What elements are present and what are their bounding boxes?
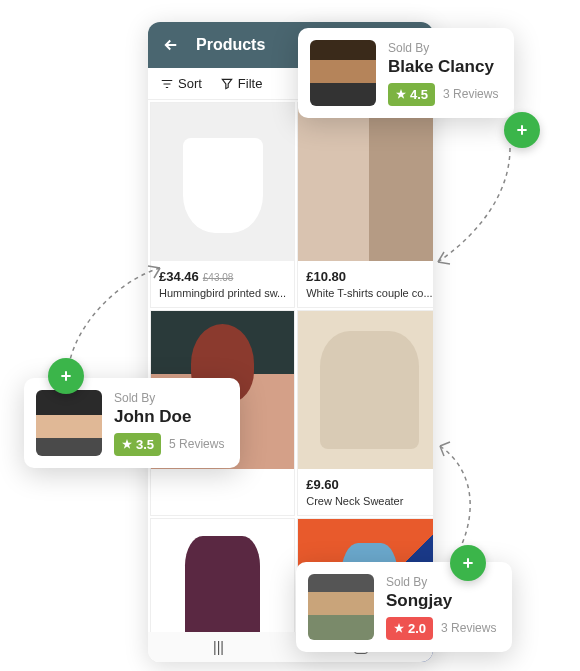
seller-card[interactable]: Sold By Blake Clancy 4.5 3 Reviews: [298, 28, 514, 118]
product-price-old: £43.08: [203, 272, 234, 283]
page-title: Products: [196, 36, 265, 54]
nav-recent-icon[interactable]: |||: [213, 639, 224, 655]
product-price: £10.80: [306, 269, 346, 284]
sort-button[interactable]: Sort: [160, 76, 202, 91]
seller-name: Blake Clancy: [388, 57, 498, 77]
plus-icon: [460, 555, 476, 571]
connector-arrow-icon: [430, 140, 520, 270]
avatar: [36, 390, 102, 456]
filter-icon: [220, 77, 234, 91]
star-icon: [121, 438, 133, 450]
product-image: [151, 103, 294, 261]
sort-icon: [160, 77, 174, 91]
filter-button[interactable]: Filte: [220, 76, 263, 91]
filter-label: Filte: [238, 76, 263, 91]
product-card[interactable]: £10.80White T-shirts couple co...: [297, 102, 433, 308]
add-button[interactable]: [48, 358, 84, 394]
sort-label: Sort: [178, 76, 202, 91]
avatar: [310, 40, 376, 106]
reviews-count: 3 Reviews: [441, 621, 496, 635]
star-icon: [395, 88, 407, 100]
plus-icon: [58, 368, 74, 384]
rating-value: 2.0: [408, 621, 426, 636]
product-price: £9.60: [306, 477, 339, 492]
rating-badge: 3.5: [114, 433, 161, 456]
product-card[interactable]: £34.46£43.08Hummingbird printed sw...: [150, 102, 295, 308]
rating-value: 3.5: [136, 437, 154, 452]
plus-icon: [514, 122, 530, 138]
reviews-count: 3 Reviews: [443, 87, 498, 101]
product-price: £34.46: [159, 269, 199, 284]
seller-name: John Doe: [114, 407, 224, 427]
sold-by-label: Sold By: [114, 391, 224, 405]
product-title: Crew Neck Sweater: [306, 495, 432, 507]
reviews-count: 5 Reviews: [169, 437, 224, 451]
connector-arrow-icon: [434, 440, 484, 550]
sold-by-label: Sold By: [388, 41, 498, 55]
add-button[interactable]: [450, 545, 486, 581]
rating-badge: 2.0: [386, 617, 433, 640]
product-title: White T-shirts couple co...: [306, 287, 432, 299]
star-icon: [393, 622, 405, 634]
avatar: [308, 574, 374, 640]
sold-by-label: Sold By: [386, 575, 496, 589]
product-title: Hummingbird printed sw...: [159, 287, 286, 299]
rating-badge: 4.5: [388, 83, 435, 106]
product-image: [298, 103, 433, 261]
product-image: [298, 311, 433, 469]
add-button[interactable]: [504, 112, 540, 148]
product-card[interactable]: £9.60Crew Neck Sweater: [297, 310, 433, 516]
back-arrow-icon[interactable]: [162, 36, 180, 54]
seller-name: Songjay: [386, 591, 496, 611]
rating-value: 4.5: [410, 87, 428, 102]
